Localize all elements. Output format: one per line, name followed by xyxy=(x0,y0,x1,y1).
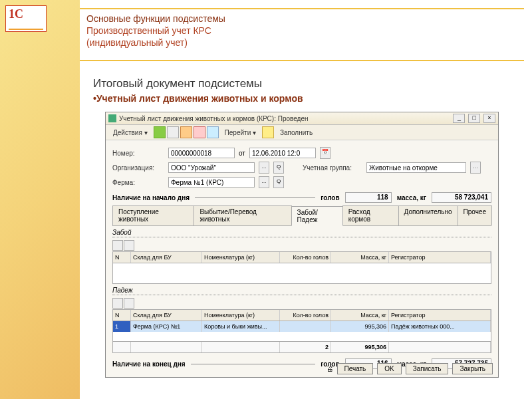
copy-icon[interactable] xyxy=(167,126,179,138)
slide-title-line2: Производственный учет КРС xyxy=(86,25,517,36)
document-icon xyxy=(108,114,116,122)
minimize-button[interactable]: _ xyxy=(453,114,465,123)
print-button[interactable]: Печать xyxy=(337,363,374,374)
slide-subtitle1: Итоговый документ подсистемы xyxy=(93,77,303,90)
post-icon[interactable] xyxy=(180,126,192,138)
add-icon[interactable] xyxy=(154,126,166,138)
zaboy-title: Забой xyxy=(112,229,491,237)
slide-subtitle: Итоговый документ подсистемы •Учетный ли… xyxy=(93,77,303,104)
window-title: Учетный лист движения животных и кормов … xyxy=(119,115,452,122)
number-label: Номер: xyxy=(112,150,164,157)
group-label: Учетная группа: xyxy=(303,164,362,172)
farm-input[interactable] xyxy=(168,177,255,188)
pcol-reg: Регистратор xyxy=(389,310,491,321)
tab-slaughter[interactable]: Забой/Падеж xyxy=(291,206,343,226)
org-label: Организация: xyxy=(112,164,164,172)
tab-transfer[interactable]: Выбытие/Перевод животных xyxy=(194,205,291,225)
col-golov: Кол-во голов xyxy=(280,252,331,263)
start-section-title: Наличие на начало дня xyxy=(112,194,190,201)
date-input[interactable] xyxy=(249,148,316,158)
number-input[interactable] xyxy=(168,148,235,158)
col-massa: Масса, кг xyxy=(331,252,389,263)
logo-1c: 1C xyxy=(5,5,47,32)
slide-title-band: Основные функции подсистемы Производстве… xyxy=(80,8,524,61)
tab-other[interactable]: Прочее xyxy=(458,205,492,225)
pcol-n: N xyxy=(113,310,131,321)
close-button[interactable]: × xyxy=(483,114,495,123)
group-select-icon[interactable]: … xyxy=(470,162,481,174)
tree-icon[interactable] xyxy=(207,126,219,138)
zaboy-add-icon[interactable] xyxy=(112,240,123,251)
titlebar: Учетный лист движения животных и кормов … xyxy=(106,112,498,125)
start-mass-value: 58 723,041 xyxy=(432,192,491,203)
maximize-button[interactable]: □ xyxy=(468,114,480,123)
farm-open-icon[interactable]: Q xyxy=(273,176,284,188)
pcol-golov: Кол-во голов xyxy=(280,310,331,321)
date-picker-icon[interactable]: 📅 xyxy=(320,147,331,159)
col-nomen: Номенклатура (кг) xyxy=(202,252,280,263)
start-mass-label: масса, кг xyxy=(397,194,426,201)
farm-select-icon[interactable]: … xyxy=(259,176,269,188)
zaboy-grid[interactable]: N Склад для БУ Номенклатура (кг) Кол-во … xyxy=(112,251,491,284)
slide-title-line3: (индивидуальный учет) xyxy=(86,37,517,48)
zaboy-del-icon[interactable] xyxy=(124,240,134,251)
close-form-button[interactable]: Закрыть xyxy=(452,363,493,374)
table-row[interactable]: 1 Ферма (КРС) №1 Коровы и быки живы... 9… xyxy=(113,321,491,332)
padezh-total-massa: 995,306 xyxy=(331,342,389,352)
unpost-icon[interactable] xyxy=(194,126,205,138)
app-window: Учетный лист движения животных и кормов … xyxy=(105,112,499,378)
end-section-title: Наличие на конец дня xyxy=(112,360,186,368)
toolbar: Действия ▾ Перейти ▾ Заполнить xyxy=(106,125,498,140)
date-from-label: от xyxy=(239,150,245,157)
start-heads-label: голов xyxy=(321,194,339,201)
group-input[interactable] xyxy=(366,162,466,173)
padezh-del-icon[interactable] xyxy=(124,298,134,309)
pcol-massa: Масса, кг xyxy=(331,310,389,321)
slide-subtitle2: •Учетный лист движения животных и кормов xyxy=(93,93,303,104)
tabs: Поступление животных Выбытие/Перевод жив… xyxy=(112,205,491,226)
col-reg: Регистратор xyxy=(389,252,491,263)
org-open-icon[interactable]: Q xyxy=(273,162,284,174)
save-button[interactable]: Записать xyxy=(406,363,449,374)
slide-title-line1: Основные функции подсистемы xyxy=(86,13,517,24)
print-icon[interactable]: 🖨 xyxy=(327,365,333,372)
help-icon[interactable] xyxy=(262,126,274,138)
ok-button[interactable]: OK xyxy=(377,363,401,374)
fill-button[interactable]: Заполнить xyxy=(275,127,317,138)
padezh-add-icon[interactable] xyxy=(112,298,123,309)
farm-label: Ферма: xyxy=(112,179,164,186)
col-sklad: Склад для БУ xyxy=(131,252,202,263)
org-select-icon[interactable]: … xyxy=(259,162,269,174)
pcol-sklad: Склад для БУ xyxy=(131,310,202,321)
padezh-total-golov: 2 xyxy=(280,342,331,352)
org-input[interactable] xyxy=(168,162,255,173)
actions-menu[interactable]: Действия ▾ xyxy=(108,127,152,138)
padezh-title: Падеж xyxy=(112,287,491,295)
pcol-nomen: Номенклатура (кг) xyxy=(202,310,280,321)
tab-additional[interactable]: Дополнительно xyxy=(398,205,458,225)
col-n: N xyxy=(113,252,131,263)
tab-arrival[interactable]: Поступление животных xyxy=(112,205,194,225)
start-heads-value: 118 xyxy=(345,192,392,203)
tab-feed[interactable]: Расход кормов xyxy=(342,205,399,225)
goto-menu[interactable]: Перейти ▾ xyxy=(220,127,261,138)
padezh-grid[interactable]: N Склад для БУ Номенклатура (кг) Кол-во … xyxy=(112,309,491,353)
